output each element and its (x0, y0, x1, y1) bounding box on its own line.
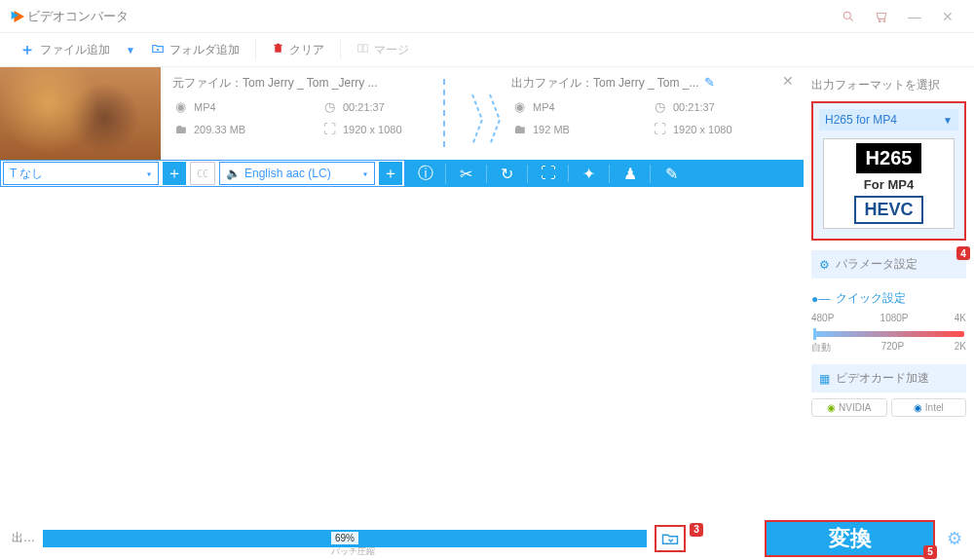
app-logo (10, 8, 27, 25)
out-size: 192 MB (533, 124, 570, 135)
svg-line-1 (850, 18, 853, 20)
output-filename: Tom Jerry _ Tom _... (593, 76, 698, 90)
progress-bar: 69% (43, 530, 647, 547)
format-name: H265 for MP4 (825, 113, 897, 127)
format-icon: ◉ (511, 99, 527, 114)
for-mp4-label: For MP4 (864, 177, 914, 192)
svg-rect-6 (358, 45, 362, 53)
remove-file-button[interactable]: ✕ (782, 73, 794, 89)
format-section-title: 出力フォーマットを選択 (811, 77, 966, 93)
src-format: MP4 (194, 101, 216, 113)
out-duration: 00:21:37 (673, 101, 715, 113)
video-thumbnail[interactable] (0, 67, 161, 160)
svg-rect-7 (363, 45, 367, 53)
toolbar: ＋ ファイル追加 ▼ フォルダ追加 クリア マージ (0, 33, 974, 67)
trash-icon (272, 42, 284, 57)
convert-label: 変換 (829, 524, 872, 553)
subtitle-select[interactable]: T なし (3, 162, 159, 185)
output-file-column: 出力ファイル：Tom Jerry _ Tom _...✎ ◉MP4 ◷00:21… (482, 67, 804, 160)
src-resolution: 1920 x 1080 (343, 124, 402, 135)
settings-gear-icon[interactable]: ⚙ (947, 528, 962, 549)
merge-button[interactable]: マージ (347, 33, 419, 67)
format-selector-box: H265 for MP4 ▼ H265 For MP4 HEVC (811, 101, 966, 241)
progress-percent: 69% (331, 532, 358, 544)
step-badge-5: 5 (923, 545, 937, 559)
quality-1080p: 1080P (880, 313, 909, 323)
svg-point-2 (879, 19, 880, 21)
info-tool-button[interactable]: ⓘ (405, 164, 446, 184)
effects-tool-button[interactable]: ✦ (569, 165, 610, 183)
parameter-settings-button[interactable]: ⚙ パラメータ設定 4 (811, 250, 966, 279)
source-filename: Tom Jerry _ Tom _Jerry ... (243, 76, 377, 90)
intel-badge: ◉Intel (891, 398, 967, 417)
quality-slider[interactable] (813, 331, 964, 337)
quality-720p: 720P (881, 341, 904, 355)
app-title: ビデオコンバータ (27, 8, 129, 25)
output-path-label: 出… (12, 530, 35, 546)
crop-tool-button[interactable]: ⛶ (528, 165, 569, 182)
minimize-button[interactable]: — (898, 5, 931, 28)
rotate-tool-button[interactable]: ↻ (487, 165, 528, 183)
chip-icon: ▦ (819, 372, 830, 386)
src-duration: 00:21:37 (343, 101, 385, 113)
svg-point-3 (883, 19, 885, 21)
dimensions-icon: ⛶ (321, 122, 337, 136)
bullet-icon: ●— (811, 292, 830, 306)
file-action-bar: T なし ＋ CC 🔈English aac (LC) ＋ ⓘ ✂ ↻ ⛶ ✦ … (0, 160, 804, 187)
audio-track-select[interactable]: 🔈English aac (LC) (219, 162, 375, 185)
close-button[interactable]: ✕ (931, 5, 964, 28)
clock-icon: ◷ (652, 99, 667, 114)
out-resolution: 1920 x 1080 (673, 124, 732, 135)
add-file-dropdown-icon[interactable]: ▼ (126, 45, 135, 56)
source-prefix: 元ファイル： (172, 76, 243, 90)
titlebar: ビデオコンバータ — ✕ (0, 0, 974, 33)
convert-button[interactable]: 変換 5 (765, 520, 935, 557)
folder-plus-icon (151, 42, 165, 58)
param-label: パラメータ設定 (836, 256, 918, 273)
out-format: MP4 (533, 101, 555, 113)
merge-label: マージ (374, 42, 409, 58)
batch-compress-label: バッチ圧縮 (331, 545, 375, 558)
add-subtitle-button[interactable]: ＋ (163, 162, 186, 185)
quality-2k: 2K (955, 341, 966, 355)
chevron-divider-icon (488, 93, 507, 147)
cc-button[interactable]: CC (190, 162, 215, 185)
add-folder-button[interactable]: フォルダ追加 (141, 33, 249, 67)
cut-tool-button[interactable]: ✂ (446, 165, 487, 183)
h265-badge: H265 (856, 143, 922, 173)
edit-filename-icon[interactable]: ✎ (704, 75, 715, 90)
format-dropdown[interactable]: H265 for MP4 ▼ (819, 109, 958, 131)
clock-icon: ◷ (321, 99, 337, 114)
clear-label: クリア (289, 42, 324, 58)
edit-tool-button[interactable]: ✎ (651, 165, 692, 183)
step-badge-3: 3 (690, 523, 703, 537)
add-file-button[interactable]: ＋ ファイル追加 (10, 33, 120, 67)
sliders-icon: ⚙ (819, 258, 830, 272)
file-icon: 🖿 (172, 122, 188, 136)
search-icon[interactable] (832, 5, 865, 28)
watermark-tool-button[interactable]: ♟ (610, 165, 651, 183)
cart-icon[interactable] (865, 5, 898, 28)
speaker-icon: 🔈 (226, 167, 241, 180)
quality-480p: 480P (811, 313, 834, 323)
quick-settings-section: ●— クイック設定 480P 1080P 4K 自動 720P 2K (811, 290, 966, 355)
clear-button[interactable]: クリア (262, 33, 334, 67)
chevron-down-icon: ▼ (943, 115, 953, 126)
file-icon: 🖿 (511, 122, 527, 136)
format-icon: ◉ (172, 99, 188, 114)
svg-point-0 (843, 12, 850, 19)
plus-icon: ＋ (19, 40, 35, 60)
add-folder-label: フォルダ追加 (169, 42, 240, 58)
quality-auto: 自動 (811, 341, 831, 355)
quality-4k: 4K (955, 313, 966, 323)
gpu-label: ビデオカード加速 (836, 370, 929, 387)
bottom-bar: 出… 69% 3 変換 5 ⚙ バッチ圧縮 (0, 516, 974, 560)
output-prefix: 出力ファイル： (511, 76, 593, 90)
merge-icon (356, 42, 369, 57)
source-file-column: 元ファイル：Tom Jerry _ Tom _Jerry ... ◉MP4 ◷0… (161, 67, 482, 160)
src-size: 209.33 MB (194, 124, 245, 135)
step-badge-4: 4 (956, 246, 970, 260)
add-audio-button[interactable]: ＋ (379, 162, 402, 185)
output-folder-button[interactable]: 3 (655, 525, 686, 552)
gpu-acceleration-button[interactable]: ▦ ビデオカード加速 (811, 364, 966, 392)
